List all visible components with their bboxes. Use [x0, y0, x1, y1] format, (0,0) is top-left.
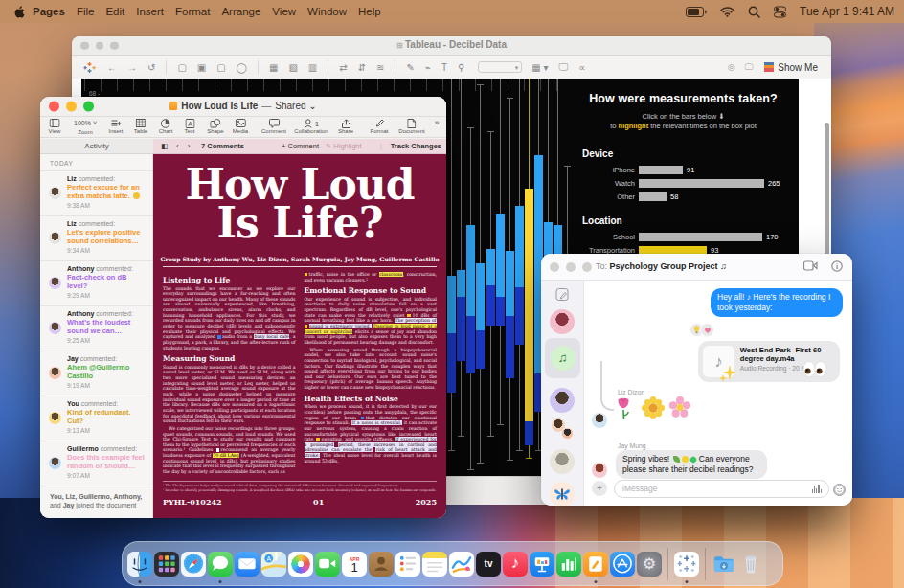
dock-notes[interactable]: [422, 552, 447, 577]
boxplot-bar[interactable]: [466, 225, 475, 316]
tableau-tool-icon[interactable]: ←: [107, 62, 117, 73]
shared-menu[interactable]: Shared ⌄: [275, 101, 316, 111]
dock-freeform[interactable]: [449, 552, 474, 577]
conversation-selected[interactable]: ♫: [545, 338, 580, 378]
tableau-tool-icon[interactable]: ⌁: [425, 62, 431, 73]
group-avatar[interactable]: [551, 417, 574, 440]
tableau-tool-icon[interactable]: ✎: [406, 62, 414, 73]
dock-reminders[interactable]: [396, 552, 420, 577]
compose-icon[interactable]: [556, 288, 569, 301]
boxplot-bar[interactable]: [457, 270, 465, 297]
boxplot-bar[interactable]: [467, 127, 474, 128]
boxplot-bar[interactable]: [448, 450, 455, 451]
fit-dropdown[interactable]: ▾: [478, 61, 522, 73]
conversation-avatar[interactable]: [550, 388, 575, 413]
boxplot-bar[interactable]: [506, 251, 514, 316]
boxplot-bar[interactable]: [500, 79, 501, 214]
menu-format[interactable]: Format: [170, 6, 215, 17]
boxplot-bar[interactable]: [480, 369, 481, 463]
tableau-tool-icon[interactable]: ≋: [376, 62, 384, 73]
boxplot-bar[interactable]: [470, 127, 471, 225]
boxplot-bar[interactable]: [467, 469, 474, 470]
boxplot-bar[interactable]: [486, 285, 495, 326]
toolbar-chart[interactable]: Chart: [159, 118, 173, 135]
video-call-icon[interactable]: [803, 260, 818, 271]
comment-item[interactable]: Liz commented:Perfect excuse for an extr…: [40, 171, 152, 216]
butterfly-avatar[interactable]: [550, 482, 575, 506]
comment-item[interactable]: Liz commented:Let's explore positive sou…: [40, 216, 152, 261]
boxplot-bar[interactable]: [486, 249, 495, 285]
dock-tableau[interactable]: [674, 552, 699, 577]
boxplot-bar[interactable]: [557, 79, 558, 225]
toolbar-share[interactable]: Share: [338, 118, 353, 135]
bar-row-watch[interactable]: Watch265: [568, 176, 799, 190]
dock-keynote[interactable]: [530, 552, 554, 577]
tableau-tool-icon[interactable]: ▢: [216, 62, 225, 73]
boxplot-bar[interactable]: [507, 460, 513, 461]
boxplot-bar[interactable]: [538, 412, 539, 450]
comment-item[interactable]: Anthony commented:Fact-check on dB level…: [40, 261, 152, 306]
dock-tv[interactable]: tv: [476, 552, 501, 577]
toolbar-comment[interactable]: Comment: [261, 118, 286, 135]
toolbar-shape[interactable]: Shape: [207, 118, 223, 135]
toolbar-zoom[interactable]: 100% ˅Zoom: [74, 118, 97, 136]
close-button[interactable]: [550, 262, 559, 272]
menu-arrange[interactable]: Arrange: [215, 6, 266, 17]
boxplot-bar[interactable]: [496, 297, 505, 326]
dock-calendar[interactable]: APR1: [342, 552, 367, 577]
tableau-tool-icon[interactable]: ▥: [308, 62, 317, 73]
boxplot-bar[interactable]: [458, 436, 464, 437]
boxplot-bar[interactable]: [526, 458, 532, 459]
boxplot-bar[interactable]: [457, 297, 465, 361]
boxplot-bar[interactable]: [509, 98, 510, 251]
dock-appstore[interactable]: [610, 552, 635, 577]
boxplot-bar[interactable]: [470, 373, 471, 469]
tableau-tool-icon[interactable]: ◯: [237, 62, 247, 73]
tableau-tool-icon[interactable]: T: [441, 62, 447, 73]
boxplot-bar[interactable]: [525, 421, 533, 445]
show-me-button[interactable]: ◎🖵Show Me: [728, 62, 818, 73]
dock-facetime[interactable]: [315, 552, 340, 577]
search-icon[interactable]: [748, 6, 760, 18]
menu-insert[interactable]: Insert: [130, 6, 170, 17]
conversation-avatar[interactable]: [550, 449, 575, 474]
boxplot-bar[interactable]: [476, 263, 485, 330]
dock-settings[interactable]: ⚙: [637, 552, 662, 577]
prev-comment-button[interactable]: ‹: [176, 142, 179, 150]
dock-finder[interactable]: [127, 552, 152, 577]
dock-safari[interactable]: [181, 552, 206, 577]
menu-view[interactable]: View: [266, 6, 302, 17]
dock-music[interactable]: ♪: [503, 552, 528, 577]
tableau-tool-icon[interactable]: ▣: [197, 62, 206, 73]
tableau-tool-icon[interactable]: ▢: [177, 62, 186, 73]
bar-row-iphone[interactable]: iPhone91: [568, 163, 799, 176]
boxplot-bar[interactable]: [525, 189, 533, 421]
comment-item[interactable]: You commented:Kind of redundant. Cut?9:1…: [40, 396, 152, 441]
dock-mail[interactable]: [235, 552, 260, 577]
audio-message-icon[interactable]: [812, 485, 822, 493]
document-canvas[interactable]: How LoudIs Life? Group Study by Anthony …: [153, 154, 446, 518]
boxplot-bar[interactable]: [461, 79, 462, 270]
toolbar-insert[interactable]: Insert: [108, 118, 123, 135]
boxplot-bar[interactable]: [447, 333, 456, 393]
add-attachment-button[interactable]: +: [592, 481, 607, 496]
dock-messages[interactable]: [208, 552, 233, 577]
emoji-picker-icon[interactable]: [833, 484, 846, 496]
boxplot-bar[interactable]: [507, 98, 513, 99]
menu-pages[interactable]: Pages: [27, 6, 71, 17]
tapback-reactions[interactable]: [689, 323, 714, 337]
comment-item[interactable]: Jay commented:Ahem @Guillermo Castillo9:…: [40, 351, 152, 396]
tableau-tool-icon[interactable]: ▧: [288, 62, 297, 73]
boxplot-bar[interactable]: [509, 378, 510, 460]
boxplot-bar[interactable]: [477, 84, 484, 85]
menu-clock[interactable]: Tue Apr 1 9:41 AM: [800, 5, 894, 18]
presentation-icon[interactable]: 🖵: [559, 61, 569, 73]
boxplot-bar[interactable]: [516, 450, 523, 451]
boxplot-bar[interactable]: [515, 287, 524, 345]
toolbar-view[interactable]: View: [49, 118, 61, 135]
boxplot-bar[interactable]: [538, 79, 539, 155]
dock-maps[interactable]: A: [261, 552, 286, 577]
toolbar-more[interactable]: »: [434, 118, 439, 128]
next-comment-button[interactable]: ›: [188, 142, 191, 150]
boxplot-bar[interactable]: [480, 84, 481, 263]
